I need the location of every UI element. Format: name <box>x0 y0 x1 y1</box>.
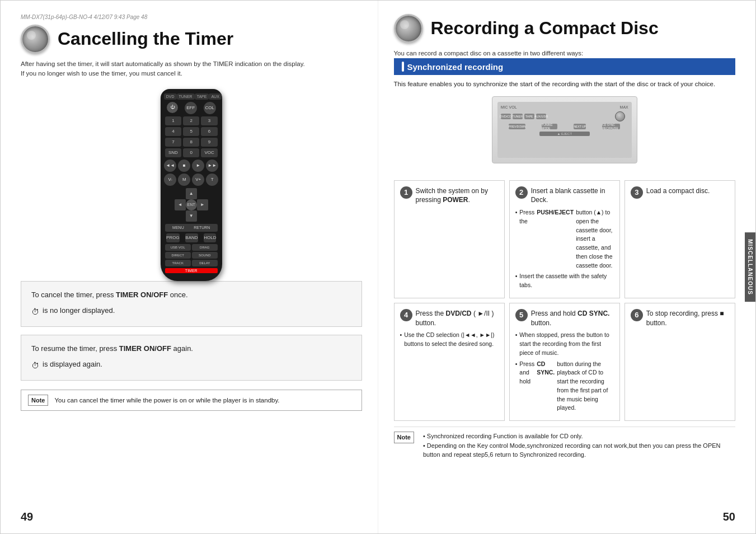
cd-player-wrapper: MIC VOL MAX DVD/CD TUNER TAPE AUX/USB <box>394 96 736 172</box>
steps-row-2: 4 Press the DVD/CD ( ►/II ) button. Use … <box>394 303 736 421</box>
cd-max-label: MAX <box>620 105 628 109</box>
step-4-box: 4 Press the DVD/CD ( ►/II ) button. Use … <box>394 303 505 421</box>
cd-mic-label: MIC VOL <box>501 105 517 109</box>
remote-top-bar: DVD TUNER TAPE AUX <box>164 93 219 100</box>
right-note-label: Note <box>394 432 414 443</box>
step-5-detail: When stopped, press the button to start … <box>515 331 614 413</box>
step-4-bullet-1: Use the CD selection (|◄◄, ►►|) buttons … <box>400 331 499 349</box>
cd-player-mode-row: DVD/CD TUNER TAPE AUX/USB <box>501 111 628 121</box>
cancel-bullet: ⏱ is no longer displayed. <box>31 305 351 318</box>
cancel-instruction-box: To cancel the timer, press TIMER ON/OFF … <box>21 281 362 327</box>
remote-vol-down-btn: V- <box>164 174 176 186</box>
left-section-title-row: Cancelling the Timer <box>21 25 362 54</box>
right-note-line-1: • Synchronized recording Function is ava… <box>423 432 735 441</box>
remote-tuning-btn: T <box>206 174 218 186</box>
remote-tuner-btn: TUNER <box>177 93 195 100</box>
step-1-box: 1 Switch the system on by pressing POWER… <box>394 180 505 298</box>
step-1-bold: POWER <box>443 196 468 204</box>
step-2-number: 2 <box>515 186 528 199</box>
step-1-title: Switch the system on by pressing POWER. <box>400 186 499 205</box>
remote-mid-row: ◄◄ ■ ► ►► <box>164 160 219 172</box>
resume-bullet: ⏱ is displayed again. <box>31 359 351 372</box>
remote-num-9: 9 <box>201 138 217 147</box>
left-note-box: Note You can cancel the timer while the … <box>21 390 362 411</box>
step-5-bullet-1: When stopped, press the button to start … <box>515 331 614 357</box>
step-3-box: 3 Load a compact disc. <box>624 180 735 298</box>
remote-ff-btn: ►► <box>206 160 218 172</box>
remote-num-2: 2 <box>183 116 199 125</box>
nav-down-btn: ▼ <box>186 210 197 222</box>
step-6-number: 6 <box>631 309 643 321</box>
remote-control: DVD TUNER TAPE AUX ⏻ EFF COL 1 2 3 4 5 6 <box>161 89 222 281</box>
left-subtitle: After having set the timer, it will star… <box>21 59 362 79</box>
sync-header-text: Synchronized recording <box>407 62 504 72</box>
remote-num-0: 0 <box>183 148 199 157</box>
cd-player-top: MIC VOL MAX <box>501 105 628 109</box>
step-2-bullet-2: Insert the cassette with the safety tabs… <box>515 272 614 290</box>
nav-left-btn: ◄ <box>175 199 186 210</box>
step-5-box: 5 Press and hold CD SYNC. button. When s… <box>509 303 620 421</box>
left-note-text: You can cancel the timer while the power… <box>54 397 279 404</box>
cd-prev-btn: PREV/DOWN <box>509 124 525 129</box>
remote-menu-btn: MENU RETURN <box>165 224 218 232</box>
left-section-title: Cancelling the Timer <box>58 29 233 49</box>
step-4-detail: Use the CD selection (|◄◄, ►►|) buttons … <box>400 331 499 349</box>
remote-num-6: 6 <box>201 127 217 136</box>
remote-band-btn: BAND <box>185 233 198 242</box>
cd-player-illustration: MIC VOL MAX DVD/CD TUNER TAPE AUX/USB <box>492 96 637 163</box>
remote-num-4: 4 <box>165 127 181 136</box>
cd-nav-btns: PREV/DOWN TUNING MODE NEXT UP CD SYNC RE… <box>501 124 628 129</box>
nav-empty-tl <box>175 188 186 199</box>
remote-voice-btn: VOC <box>201 148 217 157</box>
cd-eject-row: ▲ EJECT <box>501 132 628 136</box>
steps-row-1: 1 Switch the system on by pressing POWER… <box>394 180 736 298</box>
nav-up-btn: ▲ <box>186 188 197 199</box>
remote-aux-btn: AUX <box>209 93 221 100</box>
resume-instruction-text: To resume the timer, press TIMER ON/OFF … <box>31 343 351 355</box>
step-6-box: 6 To stop recording, press ■ button. <box>624 303 735 421</box>
remote-num-5: 5 <box>183 127 199 136</box>
remote-sound-btn: SND <box>165 148 181 157</box>
remote-play-btn: ► <box>192 160 204 172</box>
remote-bottom-rows: MENU RETURN PROG BAND HOLD USB VOL DRAG … <box>164 224 219 273</box>
remote-vol-row: V- M V+ T <box>164 174 219 186</box>
right-note-line-2: • Depending on the Key control Mode,sync… <box>423 441 735 460</box>
remote-sound2-btn: SOUND <box>192 252 218 259</box>
right-note-lines: • Synchronized recording Function is ava… <box>423 432 735 460</box>
right-subtitle: You can record a compact disc on a casse… <box>394 49 736 58</box>
remote-timer-label: TIMER <box>165 268 218 273</box>
nav-empty-tr <box>197 188 208 199</box>
remote-power-row: ⏻ EFF COL <box>164 102 219 114</box>
remote-direct-btn: DIRECT <box>165 252 191 259</box>
cancel-instruction-text: To cancel the timer, press TIMER ON/OFF … <box>31 289 351 301</box>
nav-enter-btn: ENT <box>186 199 197 210</box>
remote-num-3: 3 <box>201 116 217 125</box>
remote-stop-btn: ■ <box>178 160 190 172</box>
resume-bold-text: TIMER ON/OFF <box>119 344 171 353</box>
right-section-title: Recording a Compact Disc <box>431 18 659 38</box>
resume-instruction-box: To resume the timer, press TIMER ON/OFF … <box>21 335 362 381</box>
nav-empty-bl <box>175 210 186 222</box>
left-page-number: 49 <box>21 510 33 523</box>
step-1-number: 1 <box>400 186 412 199</box>
remote-hold-btn: HOLD <box>204 233 216 242</box>
right-title-icon <box>394 14 423 43</box>
step-4-number: 4 <box>400 309 412 321</box>
remote-effect-btn: EFF <box>185 102 197 114</box>
remote-dvd-btn: DVD <box>164 93 177 100</box>
left-page: MM-DX7(31p-64p)-GB-NO-4 4/12/07 9:43 Pag… <box>1 1 378 533</box>
step-4-bold: DVD/CD <box>446 310 472 317</box>
cd-sync-btn: CD SYNC REC/PAUSE <box>602 124 620 129</box>
remote-vol-up-btn: V+ <box>192 174 204 186</box>
remote-num-7: 7 <box>165 138 181 147</box>
remote-numpad: 1 2 3 4 5 6 7 8 9 SND 0 VOC <box>165 116 218 157</box>
step-2-title: Insert a blank cassette in Deck. <box>515 186 614 205</box>
remote-num-1: 1 <box>165 116 181 125</box>
remote-misc-row: PROG BAND HOLD <box>164 233 219 242</box>
left-title-icon <box>21 25 50 54</box>
remote-track-btn: TRACK <box>165 260 191 266</box>
step-5-number: 5 <box>515 309 528 321</box>
nav-empty-br <box>197 210 208 222</box>
remote-power-btn: ⏻ <box>167 102 178 113</box>
remote-tape-btn: TAPE <box>195 93 209 100</box>
